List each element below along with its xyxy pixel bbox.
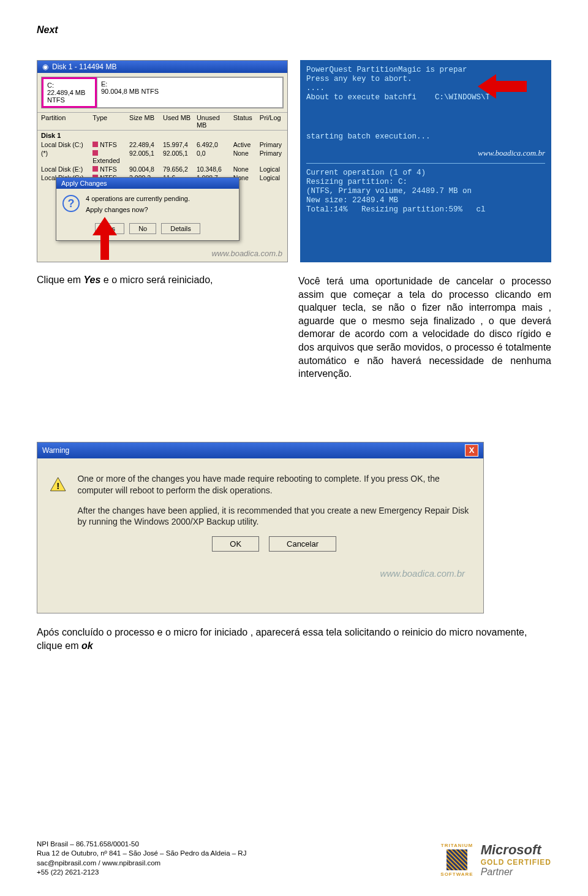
partition-c: C: 22.489,4 MB NTFS [42, 77, 97, 108]
svg-marker-0 [92, 217, 117, 260]
boot-line: New size: 22489.4 MB [306, 196, 545, 205]
boot-line: Total:14% Resizing partition:59% cl [306, 205, 545, 214]
screenshot-row: ◉ Disk 1 - 114494 MB C: 22.489,4 MB NTFS… [37, 60, 551, 262]
col-prilog: Pri/Log [260, 114, 284, 129]
red-arrow-icon [89, 217, 120, 260]
watermark: www.boadica.com.br [306, 148, 545, 158]
table-cell: 22.489,4 [129, 141, 159, 148]
table-cell: 92.005,1 [129, 150, 159, 164]
footer-l4: +55 (22) 2621-2123 [37, 868, 246, 878]
svg-marker-1 [478, 74, 527, 99]
apply-changes-dialog: Apply Changes ? 4 operations are current… [56, 177, 239, 241]
caption-row: Clique em Yes e o micro será reiniciado,… [37, 275, 551, 381]
col-used: Used MB [163, 114, 193, 129]
window-titlebar: ◉ Disk 1 - 114494 MB [37, 61, 287, 73]
table-cell: Local Disk (C:) [41, 141, 89, 148]
no-button[interactable]: No [129, 223, 156, 234]
right-caption: Você terá uma oportunidade de cancelar o… [298, 275, 551, 381]
table-cell: 10.348,6 [197, 165, 230, 173]
partition-rows: Local Disk (C:)NTFS22.489,415.997,46.492… [37, 140, 287, 182]
caption-em: Yes [83, 275, 100, 285]
software-label: SOFTWARE [440, 871, 473, 877]
page-header-next: Next [37, 25, 551, 36]
warning-buttons: OK Cancelar [77, 536, 471, 552]
table-cell: 15.997,4 [163, 141, 193, 148]
dialog-buttons: Yes No Details [56, 219, 239, 240]
disk-icon: ◉ [42, 63, 48, 71]
table-cell: Extended [92, 150, 126, 164]
divider [306, 163, 545, 164]
tritanium-logo: TRITANIUM SOFTWARE [440, 843, 473, 877]
table-cell: Active [233, 141, 256, 148]
footer-logos: TRITANIUM SOFTWARE Microsoft GOLD CERTIF… [440, 842, 551, 878]
left-caption: Clique em Yes e o micro será reiniciado, [37, 275, 284, 286]
microsoft-partner-logo: Microsoft GOLD CERTIFIED Partner [481, 842, 551, 878]
col-unused: Unused MB [197, 114, 230, 129]
question-icon: ? [62, 195, 80, 212]
warning-title: Warning [42, 446, 69, 455]
dialog-text: 4 operations are currently pending. Appl… [86, 195, 190, 213]
partition-table-header: Partition Type Size MB Used MB Unused MB… [37, 112, 287, 131]
cancel-button[interactable]: Cancelar [269, 536, 336, 552]
after-pre: Após concluído o processo e o micro for … [37, 627, 527, 651]
after-em: ok [81, 640, 93, 651]
red-arrow-icon [478, 71, 527, 102]
warning-icon: ! [50, 473, 66, 495]
svg-text:!: ! [56, 480, 59, 490]
partition-bar: C: 22.489,4 MB NTFS E: 90.004,8 MB NTFS [41, 77, 284, 108]
dialog-line1: 4 operations are currently pending. [86, 195, 190, 202]
footer-address: NPI Brasil – 86.751.658/0001-50 Rua 12 d… [37, 840, 246, 878]
caption-post: e o micro será reiniciado, [100, 275, 213, 285]
table-cell: Primary [260, 141, 284, 148]
table-cell: 90.004,8 [129, 165, 159, 173]
after-paragraph: Após concluído o processo e o micro for … [37, 626, 545, 653]
boot-line: Resizing partition: C: [306, 178, 545, 186]
table-cell: Primary [260, 150, 284, 164]
boot-line: starting batch execution... [306, 132, 545, 141]
col-size: Size MB [129, 114, 159, 129]
close-icon[interactable]: X [465, 444, 478, 457]
table-cell: Logical [260, 165, 284, 173]
partner-label: Partner [481, 867, 551, 878]
table-cell: 92.005,1 [163, 150, 193, 164]
dialog-titlebar: Apply Changes [56, 178, 239, 189]
window-title: Disk 1 - 114494 MB [52, 63, 116, 71]
table-cell: Local Disk (E:) [41, 165, 89, 173]
watermark: www.boadica.com.br [380, 568, 465, 579]
table-cell: None [233, 150, 256, 164]
warning-dialog: Warning X ! One or more of the changes y… [37, 442, 484, 613]
dialog-line2: Apply changes now? [86, 206, 190, 213]
gold-certified-label: GOLD CERTIFIED [481, 858, 551, 867]
boot-screen: PowerQuest PartitionMagic is prepar Pres… [300, 60, 551, 262]
col-type: Type [92, 114, 126, 129]
watermark: www.boadica.com.b [211, 249, 282, 258]
table-cell: 0,0 [197, 150, 230, 164]
disk-group: Disk 1 [37, 131, 287, 140]
details-button[interactable]: Details [161, 223, 200, 234]
table-cell: (*) [41, 150, 89, 164]
table-cell: None [233, 165, 256, 173]
ok-button[interactable]: OK [212, 536, 259, 552]
caption-pre: Clique em [37, 275, 83, 285]
table-cell: Logical [260, 174, 284, 181]
table-cell: NTFS [92, 165, 126, 173]
page-footer: NPI Brasil – 86.751.658/0001-50 Rua 12 d… [37, 840, 551, 878]
footer-l3: sac@npibrasil.com / www.npibrasil.com [37, 859, 246, 868]
partitionmagic-window: ◉ Disk 1 - 114494 MB C: 22.489,4 MB NTFS… [37, 60, 288, 262]
microsoft-wordmark: Microsoft [481, 842, 551, 858]
warning-p1: One or more of the changes you have made… [77, 473, 471, 496]
warning-text: One or more of the changes you have made… [77, 473, 471, 552]
footer-l1: NPI Brasil – 86.751.658/0001-50 [37, 840, 246, 849]
partition-e: E: 90.004,8 MB NTFS [97, 77, 283, 108]
boot-line: Current operation (1 of 4) [306, 169, 545, 177]
warning-p2: After the changes have been applied, it … [77, 505, 471, 528]
tritanium-icon [447, 849, 467, 870]
col-status: Status [233, 114, 256, 129]
footer-l2: Rua 12 de Outubro, nº 841 – São José – S… [37, 849, 246, 859]
table-cell: NTFS [92, 141, 126, 148]
boot-line: (NTFS, Primary volume, 24489.7 MB on [306, 187, 545, 196]
warning-titlebar: Warning X [37, 442, 483, 458]
col-partition: Partition [41, 114, 89, 129]
table-cell: 79.656,2 [163, 165, 193, 173]
table-cell: 6.492,0 [197, 141, 230, 148]
